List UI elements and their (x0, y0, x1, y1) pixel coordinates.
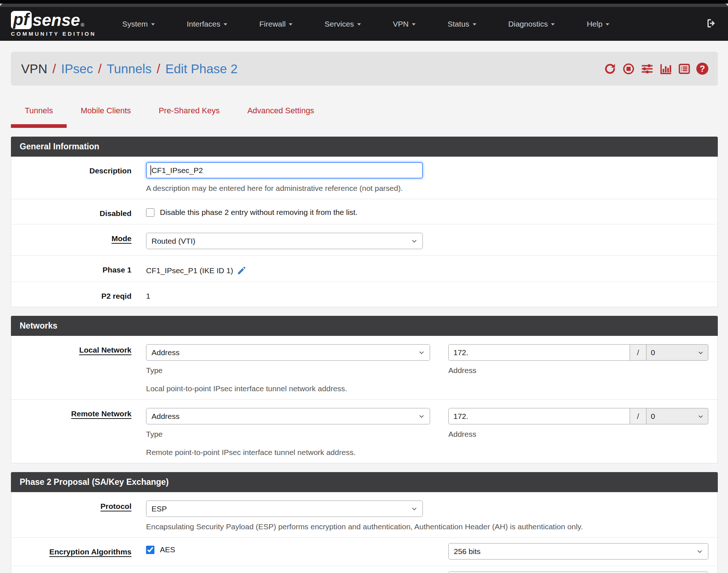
breadcrumb-link-edit-phase-2[interactable]: Edit Phase 2 (165, 62, 237, 76)
row-encryption-aes: Encryption Algorithms AES 256 bits (11, 537, 717, 566)
log-list-icon[interactable] (678, 62, 691, 75)
row-phase1: Phase 1 CF1_IPsec_P1 (IKE ID 1) (11, 255, 717, 282)
slash-addon: / (630, 408, 646, 424)
tab-advanced-settings[interactable]: Advanced Settings (233, 102, 328, 128)
phase1-value: CF1_IPsec_P1 (IKE ID 1) (146, 266, 233, 275)
row-remote-network: Remote Network Address Type Remote point… (11, 399, 717, 463)
sliders-icon[interactable] (641, 62, 654, 75)
disabled-checkbox[interactable] (146, 208, 154, 217)
stop-circle-icon[interactable] (622, 62, 635, 75)
remote-network-address-input[interactable] (448, 408, 630, 424)
chevron-down-icon (411, 506, 417, 512)
remote-network-label: Remote Network (11, 405, 131, 457)
phase1-label: Phase 1 (11, 261, 131, 275)
p2-reqid-label: P2 reqid (11, 287, 131, 301)
mode-select[interactable]: Routed (VTI) (146, 233, 423, 249)
aes128gcm-keylen-select[interactable]: Auto (448, 572, 708, 573)
section-title: General Information (11, 137, 718, 157)
chevron-down-icon (411, 238, 417, 244)
help-icon[interactable]: ? (696, 63, 708, 75)
sign-out-icon[interactable] (706, 18, 717, 30)
section-general-information: General Information Description A descri… (11, 137, 718, 307)
local-network-address-caption: Address (448, 366, 708, 375)
window-top-strip (0, 0, 728, 4)
breadcrumb-separator: / (157, 62, 160, 76)
chevron-down-icon (698, 413, 704, 419)
breadcrumb-link-tunnels[interactable]: Tunnels (107, 62, 151, 76)
pfsense-logo[interactable]: pf sense ® COMMUNITY EDITION (11, 11, 96, 37)
tab-tunnels[interactable]: Tunnels (11, 102, 67, 128)
disabled-label: Disabled (11, 205, 131, 218)
local-network-address-input[interactable] (448, 344, 630, 361)
breadcrumb-vpn: VPN (21, 62, 47, 76)
nav-item-interfaces[interactable]: Interfaces (187, 20, 227, 28)
nav-item-firewall[interactable]: Firewall (259, 20, 292, 28)
chevron-down-icon (357, 23, 361, 25)
remote-network-type-select[interactable]: Address (146, 408, 430, 424)
protocol-help: Encapsulating Security Payload (ESP) per… (146, 522, 708, 531)
aes-checkbox[interactable] (146, 546, 154, 554)
chevron-down-icon (606, 23, 609, 25)
row-disabled: Disabled Disable this phase 2 entry with… (11, 199, 717, 224)
breadcrumb-action-icons: ? (603, 62, 708, 75)
breadcrumb: VPN / IPsec / Tunnels / Edit Phase 2 (21, 62, 237, 76)
chevron-down-icon (418, 349, 425, 356)
protocol-label: Protocol (11, 498, 131, 531)
text-cursor (150, 165, 151, 175)
nav-item-system[interactable]: System (122, 20, 155, 28)
chevron-down-icon (412, 23, 416, 25)
encryption-algorithms-label: Encryption Algorithms (11, 543, 131, 560)
chevron-down-icon (698, 350, 704, 356)
breadcrumb-bar: VPN / IPsec / Tunnels / Edit Phase 2 ? (11, 52, 718, 86)
slash-addon: / (630, 344, 646, 361)
tab-pre-shared-keys[interactable]: Pre-Shared Keys (145, 102, 234, 128)
navbar: pf sense ® COMMUNITY EDITION System Inte… (0, 7, 728, 41)
window-edge (0, 4, 728, 7)
aes-keylen-select[interactable]: 256 bits (448, 543, 708, 560)
nav-item-services[interactable]: Services (324, 20, 361, 28)
description-help: A description may be entered here for ad… (146, 184, 708, 193)
tab-mobile-clients[interactable]: Mobile Clients (67, 102, 145, 128)
mode-label: Mode (11, 230, 131, 249)
chevron-down-icon (289, 23, 292, 25)
row-p2-reqid: P2 reqid 1 (11, 282, 717, 307)
breadcrumb-separator: / (98, 62, 102, 76)
local-network-type-select[interactable]: Address (146, 344, 430, 361)
breadcrumb-separator: / (52, 62, 56, 76)
remote-network-prefix-select[interactable]: 0 (646, 408, 708, 424)
remote-network-help: Remote point-to-point IPsec interface tu… (146, 448, 430, 457)
chevron-down-icon (151, 23, 155, 25)
row-mode: Mode Routed (VTI) (11, 224, 717, 255)
p2-reqid-value: 1 (146, 287, 708, 301)
bar-chart-icon[interactable] (659, 62, 672, 75)
refresh-icon[interactable] (603, 62, 617, 75)
row-local-network: Local Network Address Type Local point-t… (11, 336, 717, 399)
nav-item-help[interactable]: Help (587, 20, 609, 28)
nav-menu: System Interfaces Firewall Services VPN … (122, 20, 610, 28)
logo-tagline: COMMUNITY EDITION (11, 31, 96, 37)
logo-sense-text: sense (32, 12, 80, 28)
nav-item-diagnostics[interactable]: Diagnostics (508, 20, 555, 28)
nav-item-status[interactable]: Status (448, 20, 476, 28)
local-network-type-caption: Type (146, 366, 430, 375)
description-input[interactable] (146, 162, 423, 178)
chevron-down-icon (697, 548, 703, 554)
section-title: Phase 2 Proposal (SA/Key Exchange) (11, 472, 718, 492)
local-network-prefix-select[interactable]: 0 (646, 344, 708, 361)
remote-network-address-caption: Address (448, 430, 708, 439)
section-title: Networks (11, 316, 718, 336)
section-phase2-proposal: Phase 2 Proposal (SA/Key Exchange) Proto… (11, 472, 718, 573)
pencil-icon[interactable] (237, 266, 247, 275)
row-description: Description A description may be entered… (11, 157, 717, 199)
local-network-help: Local point-to-point IPsec interface tun… (146, 384, 430, 393)
section-networks: Networks Local Network Address Type Loca… (11, 316, 718, 463)
breadcrumb-link-ipsec[interactable]: IPsec (61, 62, 93, 76)
logo-registered-mark: ® (81, 22, 84, 28)
aes-checkbox-label: AES (160, 545, 175, 554)
protocol-select[interactable]: ESP (146, 501, 423, 517)
disabled-checkbox-label: Disable this phase 2 entry without remov… (160, 208, 358, 217)
local-network-label: Local Network (11, 341, 131, 393)
tab-bar: Tunnels Mobile Clients Pre-Shared Keys A… (11, 102, 718, 128)
nav-item-vpn[interactable]: VPN (393, 20, 416, 28)
chevron-down-icon (224, 23, 227, 25)
